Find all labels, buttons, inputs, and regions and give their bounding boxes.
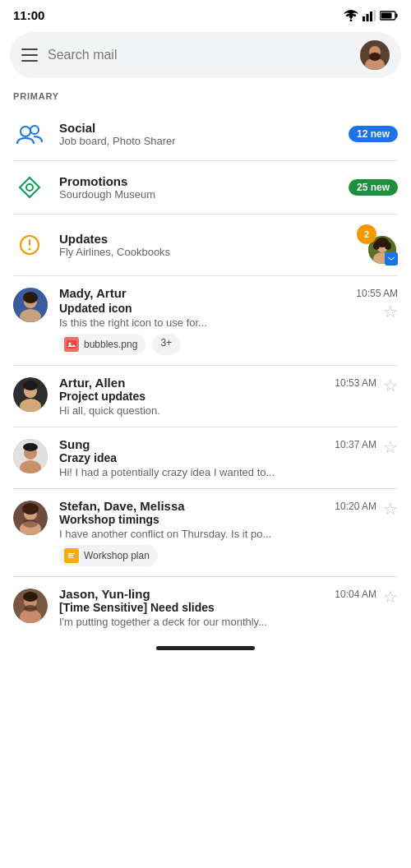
email-sender-5: Jason, Yun-ling <box>59 587 150 601</box>
image-attachment-icon <box>64 337 79 352</box>
updates-number: 2 <box>357 224 376 244</box>
home-indicator <box>156 646 255 650</box>
email-content-3: Sung 10:37 AM Crazy idea Hi! I had a pot… <box>59 437 398 478</box>
email-row-4[interactable]: Stefan, Dave, Melissa 10:20 AM Workshop … <box>0 489 411 576</box>
email-preview-3: Hi! I had a potentially crazy idea I wan… <box>59 466 376 478</box>
star-icon-4[interactable]: ☆ <box>383 499 398 519</box>
svg-point-17 <box>29 248 31 251</box>
email-attachments-4: Workshop plan <box>59 545 376 566</box>
social-name: Social <box>59 121 335 135</box>
svg-point-11 <box>369 53 381 61</box>
svg-point-38 <box>23 443 38 451</box>
email-attachments-1: bubbles.png 3+ <box>59 334 383 355</box>
svg-rect-1 <box>363 16 365 21</box>
svg-point-0 <box>350 19 353 21</box>
doc-attachment-icon <box>64 548 79 563</box>
email-time-3: 10:37 AM <box>335 439 376 450</box>
social-sub: Job board, Photo Sharer <box>59 135 335 147</box>
email-right-1: 10:55 AM <box>349 288 398 299</box>
svg-rect-6 <box>396 13 398 17</box>
email-subject-5: [Time Sensitive] Need slides <box>59 601 376 614</box>
updates-icon <box>13 229 46 261</box>
email-avatar-2 <box>13 377 48 412</box>
svg-rect-47 <box>68 557 74 558</box>
updates-text: Updates Fly Airlines, Cookbooks <box>59 232 344 258</box>
email-subject-4: Workshop timings <box>59 513 376 526</box>
email-row-3[interactable]: Sung 10:37 AM Crazy idea Hi! I had a pot… <box>0 427 411 488</box>
email-preview-2: Hi all, quick question. <box>59 404 376 417</box>
email-avatar-3 <box>13 439 48 473</box>
email-preview-4: I have another conflict on Thursday. Is … <box>59 528 376 540</box>
email-avatar-5 <box>13 589 48 623</box>
status-bar: 11:00 <box>0 0 411 27</box>
email-content-5: Jason, Yun-ling 10:04 AM [Time Sensitive… <box>59 587 398 628</box>
email-row-2[interactable]: Artur, Allen 10:53 AM Project updates Hi… <box>0 366 411 427</box>
svg-point-51 <box>23 592 38 602</box>
attachment-more-1: 3+ <box>152 334 180 355</box>
email-avatar-4 <box>13 501 48 535</box>
svg-point-42 <box>22 503 39 515</box>
svg-point-28 <box>23 292 38 303</box>
category-social[interactable]: Social Job board, Photo Sharer 12 new <box>0 108 411 160</box>
svg-point-52 <box>24 605 37 612</box>
email-content-2: Artur, Allen 10:53 AM Project updates Hi… <box>59 376 398 417</box>
star-icon-1[interactable]: ☆ <box>383 302 398 321</box>
wifi-icon <box>344 10 358 21</box>
svg-point-13 <box>30 126 39 134</box>
social-icon <box>13 118 46 150</box>
email-content-1: Mady, Artur 10:55 AM Updated icon Is thi… <box>59 286 398 355</box>
promotions-name: Promotions <box>59 174 335 188</box>
svg-rect-3 <box>370 12 372 21</box>
svg-point-12 <box>21 127 30 136</box>
hamburger-menu[interactable] <box>21 48 38 62</box>
svg-rect-24 <box>387 256 395 262</box>
promotions-icon <box>13 171 46 204</box>
star-icon-5[interactable]: ☆ <box>383 587 398 607</box>
email-sender-4: Stefan, Dave, Melissa <box>59 499 185 513</box>
email-time-5: 10:04 AM <box>335 589 376 600</box>
social-badge: 12 new <box>349 126 398 142</box>
attachment-chip-4[interactable]: Workshop plan <box>59 545 158 566</box>
attachment-name-1: bubbles.png <box>84 339 137 350</box>
promotions-text: Promotions Sourdough Museum <box>59 174 335 201</box>
email-sender-3: Sung <box>59 437 90 451</box>
svg-rect-45 <box>68 553 75 555</box>
updates-name: Updates <box>59 232 344 246</box>
svg-point-43 <box>23 519 38 528</box>
attachment-chip-1[interactable]: bubbles.png <box>59 334 145 355</box>
email-preview-5: I'm putting together a deck for our mont… <box>59 616 376 628</box>
email-row-5[interactable]: Jason, Yun-ling 10:04 AM [Time Sensitive… <box>0 577 411 638</box>
svg-point-14 <box>26 184 33 191</box>
svg-point-22 <box>373 242 380 250</box>
email-subject-2: Project updates <box>59 390 376 403</box>
email-preview-1: Is this the right icon to use for... <box>59 316 383 329</box>
svg-rect-2 <box>367 14 369 21</box>
email-row-1[interactable]: Mady, Artur 10:55 AM Updated icon Is thi… <box>0 276 411 365</box>
bottom-bar <box>0 638 411 667</box>
battery-icon <box>380 11 398 21</box>
star-icon-3[interactable]: ☆ <box>383 437 398 457</box>
star-icon-2[interactable]: ☆ <box>383 376 398 395</box>
category-updates[interactable]: Updates Fly Airlines, Cookbooks 2 <box>0 215 411 275</box>
email-time-1: 10:55 AM <box>356 288 398 299</box>
svg-rect-7 <box>381 12 392 18</box>
category-promotions[interactable]: Promotions Sourdough Museum 25 new <box>0 161 411 214</box>
email-subject-1: Updated icon <box>59 302 383 315</box>
svg-point-23 <box>385 242 391 250</box>
email-avatar-1 <box>13 288 48 322</box>
svg-rect-46 <box>68 556 73 557</box>
updates-sub: Fly Airlines, Cookbooks <box>59 246 344 258</box>
svg-point-34 <box>23 381 38 390</box>
email-sender-1: Mady, Artur <box>59 286 127 300</box>
search-bar[interactable]: Search mail <box>10 32 401 78</box>
user-avatar[interactable] <box>360 40 390 70</box>
message-overlay-icon <box>385 252 398 265</box>
email-content-4: Stefan, Dave, Melissa 10:20 AM Workshop … <box>59 499 398 566</box>
svg-rect-29 <box>67 340 76 349</box>
email-sender-2: Artur, Allen <box>59 376 125 390</box>
attachment-name-4: Workshop plan <box>84 550 150 561</box>
promotions-sub: Sourdough Museum <box>59 188 335 201</box>
section-label: PRIMARY <box>0 88 411 108</box>
status-icons <box>344 10 398 21</box>
social-text: Social Job board, Photo Sharer <box>59 121 335 147</box>
